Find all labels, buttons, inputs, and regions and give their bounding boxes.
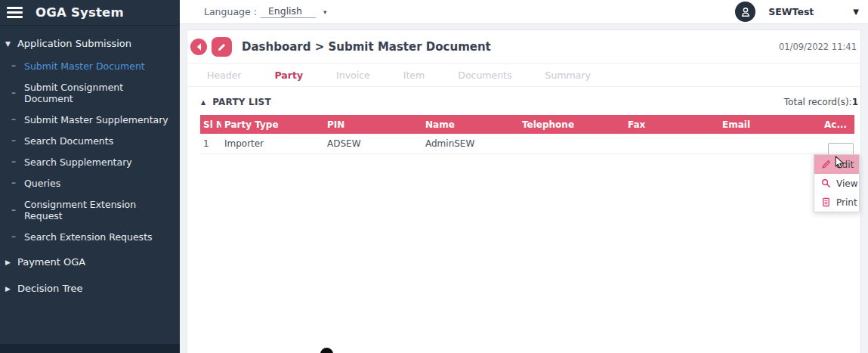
- menu-item-label: Print: [836, 197, 857, 208]
- page-datetime: 01/09/2022 11:41: [779, 42, 857, 52]
- page-title: Dashboard > Submit Master Document: [242, 40, 491, 54]
- tab-invoice[interactable]: Invoice: [320, 70, 387, 81]
- sidebar-nav: ▼ Application Submission – Submit Master…: [0, 26, 180, 300]
- dash-icon: –: [11, 88, 16, 98]
- sidebar-item-label: Submit Consignment Document: [24, 82, 174, 104]
- sidebar-item-label: Search Extension Requests: [24, 231, 153, 243]
- sidebar-group-application-submission[interactable]: ▼ Application Submission: [0, 31, 180, 55]
- sidebar-item-label: Search Documents: [24, 135, 113, 147]
- tab-party[interactable]: Party: [258, 70, 320, 81]
- view-icon: [821, 178, 831, 188]
- sidebar-item-label: Consignment Extension Request: [24, 199, 174, 221]
- edit-icon: [821, 159, 831, 169]
- sidebar-item-label: Submit Master Supplementary: [24, 114, 168, 125]
- user-name: SEWTest: [768, 6, 814, 17]
- menu-item-print[interactable]: Print: [814, 193, 859, 212]
- menu-item-label: View: [836, 178, 857, 189]
- content-wrapper: Dashboard > Submit Master Document 01/09…: [180, 24, 868, 353]
- dash-icon: –: [11, 60, 16, 71]
- menu-item-view[interactable]: View: [814, 174, 859, 193]
- collapse-triangle-icon[interactable]: ▲: [201, 99, 205, 106]
- dash-icon: –: [11, 178, 16, 188]
- oga-system-app: OGA System ▼ Application Submission – Su…: [0, 0, 868, 353]
- edit-document-button[interactable]: [212, 37, 232, 57]
- sidebar-item-search-documents[interactable]: – Search Documents: [0, 130, 180, 151]
- dash-icon: –: [11, 156, 16, 167]
- app-title: OGA System: [36, 5, 124, 20]
- col-header-fax: Fax: [625, 119, 719, 130]
- user-avatar[interactable]: [735, 2, 755, 22]
- tab-header[interactable]: Header: [190, 70, 258, 81]
- sidebar-header: OGA System: [0, 0, 180, 26]
- sidebar-group-label: Application Submission: [17, 38, 131, 49]
- caret-down-icon: ▼: [5, 40, 11, 48]
- cell-name: AdminSEW: [422, 138, 519, 149]
- content-card: Dashboard > Submit Master Document 01/09…: [187, 29, 861, 353]
- main-area: Language : English ▾ SEWTest ▼: [180, 0, 868, 353]
- party-table: Sl No Party Type PIN Name Telephone Fax …: [200, 115, 854, 154]
- sidebar-item-label: Submit Master Document: [24, 60, 145, 72]
- tab-documents[interactable]: Documents: [441, 70, 528, 81]
- back-arrow-icon: [195, 42, 203, 51]
- user-icon: [740, 6, 752, 18]
- dash-icon: –: [11, 205, 16, 215]
- sidebar-item-search-supplementary[interactable]: – Search Supplementary: [0, 151, 180, 172]
- sidebar-item-submit-master-supplementary[interactable]: – Submit Master Supplementary: [0, 109, 180, 130]
- user-menu-caret-icon[interactable]: ▼: [853, 8, 859, 16]
- table-row[interactable]: 1 Importer ADSEW AdminSEW: [200, 134, 854, 154]
- sidebar-group-decision-tree[interactable]: ▶ Decision Tree: [0, 276, 180, 300]
- col-header-pin: PIN: [324, 119, 422, 130]
- col-header-sl-no: Sl No: [200, 119, 221, 130]
- sidebar-group-label: Decision Tree: [17, 283, 83, 294]
- breadcrumb-row: Dashboard > Submit Master Document 01/09…: [187, 30, 860, 63]
- total-records-label: Total record(s):: [784, 97, 852, 107]
- chevron-right-icon: ▶: [5, 285, 11, 293]
- hamburger-menu-icon[interactable]: [7, 7, 23, 18]
- section-title: PARTY LIST: [212, 97, 271, 107]
- sidebar-footer-strip: [0, 344, 180, 353]
- sidebar-item-consignment-extension-request[interactable]: – Consignment Extension Request: [0, 194, 180, 226]
- mouse-cursor-icon: [835, 156, 845, 169]
- dash-icon: –: [11, 114, 16, 125]
- sidebar-submenu: – Submit Master Document – Submit Consig…: [0, 55, 180, 247]
- sidebar-item-search-extension-requests[interactable]: – Search Extension Requests: [0, 226, 180, 247]
- party-table-header: Sl No Party Type PIN Name Telephone Fax …: [200, 115, 854, 134]
- back-button[interactable]: [190, 39, 207, 55]
- tab-item[interactable]: Item: [387, 70, 441, 81]
- cell-sl-no: 1: [200, 138, 221, 149]
- tab-summary[interactable]: Summary: [529, 70, 607, 81]
- print-icon: [821, 197, 831, 207]
- sidebar-item-submit-master-document[interactable]: – Submit Master Document: [0, 55, 180, 76]
- col-header-telephone: Telephone: [519, 119, 625, 130]
- cell-pin: ADSEW: [324, 138, 422, 149]
- total-records: Total record(s):1: [784, 97, 858, 107]
- pencil-icon: [217, 42, 227, 52]
- caret-down-icon: ▾: [323, 8, 327, 16]
- sidebar-group-label: Payment OGA: [17, 256, 85, 268]
- col-header-actions: Ac...: [821, 119, 854, 130]
- sidebar: OGA System ▼ Application Submission – Su…: [0, 0, 180, 353]
- sidebar-item-submit-consignment-document[interactable]: – Submit Consignment Document: [0, 76, 180, 109]
- col-header-party-type: Party Type: [221, 119, 324, 130]
- party-list-section-header: ▲ PARTY LIST Total record(s):1: [187, 87, 860, 114]
- language-value: English: [261, 5, 316, 18]
- chevron-right-icon: ▶: [5, 259, 11, 266]
- sidebar-item-label: Search Supplementary: [24, 156, 132, 168]
- topbar: Language : English ▾ SEWTest ▼: [180, 0, 868, 24]
- cell-party-type: Importer: [221, 138, 324, 149]
- dash-icon: –: [11, 231, 16, 242]
- tabs-bar: Header Party Invoice Item Documents Summ…: [187, 63, 860, 87]
- language-select[interactable]: English ▾: [257, 5, 327, 18]
- dash-icon: –: [11, 135, 16, 146]
- language-label: Language :: [204, 6, 257, 17]
- total-records-value: 1: [852, 97, 858, 107]
- col-header-email: Email: [719, 119, 821, 130]
- sidebar-item-label: Queries: [24, 178, 60, 189]
- sidebar-item-queries[interactable]: – Queries: [0, 172, 180, 194]
- sidebar-group-payment-oga[interactable]: ▶ Payment OGA: [0, 249, 180, 274]
- col-header-name: Name: [422, 119, 519, 130]
